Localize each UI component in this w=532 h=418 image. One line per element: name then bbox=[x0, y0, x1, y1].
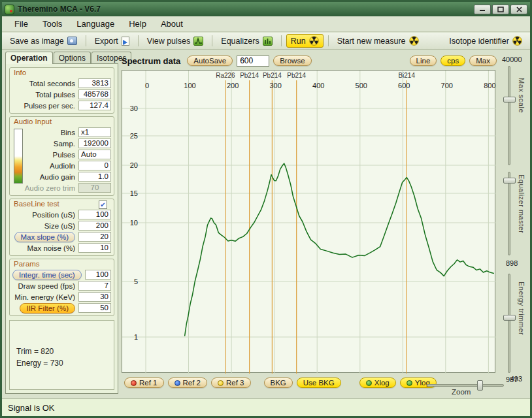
view-pulses-button[interactable]: View pulses bbox=[143, 35, 207, 47]
position-field[interactable]: 100 bbox=[78, 210, 111, 219]
max-noise-field[interactable]: 10 bbox=[78, 243, 111, 253]
equalizers-button[interactable]: Equalizers bbox=[217, 35, 276, 47]
menubar: File Tools Language Help About bbox=[2, 16, 530, 32]
total-pulses-field[interactable]: 485768 bbox=[78, 89, 111, 99]
equalizer-master-slider[interactable] bbox=[508, 172, 510, 255]
sampling-field[interactable]: 192000 bbox=[78, 138, 111, 148]
size-row: Size (uS) 200 bbox=[12, 220, 111, 231]
trim-value: Trim = 820 bbox=[16, 347, 108, 356]
save-as-image-button[interactable]: Save as image bbox=[6, 35, 81, 47]
tab-options[interactable]: Options bbox=[54, 52, 91, 64]
size-field[interactable]: 200 bbox=[78, 221, 111, 231]
start-new-measure-label: Start new measure bbox=[337, 37, 406, 46]
integr-time-button[interactable]: Integr. time (sec) bbox=[12, 270, 82, 280]
pulses-mode-field[interactable]: Auto bbox=[78, 150, 111, 159]
marker-energy-input[interactable] bbox=[237, 56, 269, 67]
minimize-button[interactable] bbox=[474, 5, 491, 14]
isotope-identifier-button[interactable]: Isotope identifier bbox=[445, 35, 526, 47]
start-new-measure-button[interactable]: Start new measure bbox=[333, 35, 423, 47]
svg-text:20: 20 bbox=[130, 161, 138, 169]
bins-row: Bins x1 bbox=[27, 127, 111, 138]
pulses-per-sec-field[interactable]: 127.4 bbox=[78, 101, 111, 110]
draw-speed-label: Draw speed (fps) bbox=[12, 282, 78, 290]
ref3-label: Ref 3 bbox=[226, 379, 244, 387]
sampling-row: Samp. 192000 bbox=[27, 138, 111, 149]
max-mode-button[interactable]: Max bbox=[469, 56, 497, 66]
max-noise-label: Max noise (%) bbox=[12, 244, 78, 252]
svg-text:Bi214: Bi214 bbox=[398, 72, 415, 79]
min-energy-field[interactable]: 30 bbox=[78, 292, 111, 302]
menu-about[interactable]: About bbox=[154, 18, 190, 30]
integr-time-field[interactable]: 100 bbox=[85, 270, 111, 280]
bins-field[interactable]: x1 bbox=[78, 127, 111, 137]
audio-zero-trim-label: Audio zero trim bbox=[12, 184, 78, 192]
toolbar: Save as image Export View pulses Equaliz… bbox=[2, 33, 530, 50]
max-scale-value: 40000 bbox=[502, 56, 522, 63]
export-button[interactable]: Export bbox=[91, 35, 133, 47]
energy-trimmer-slider[interactable] bbox=[508, 274, 510, 373]
maximize-button[interactable] bbox=[492, 5, 509, 14]
equalizer-master-slider-thumb[interactable] bbox=[503, 178, 516, 184]
close-button[interactable] bbox=[510, 5, 527, 14]
window-title: Theremino MCA - V6.7 bbox=[18, 5, 101, 14]
max-scale-slider[interactable] bbox=[508, 66, 510, 165]
line-mode-button[interactable]: Line bbox=[410, 56, 437, 66]
total-seconds-field[interactable]: 3813 bbox=[78, 78, 111, 88]
ref1-label: Ref 1 bbox=[139, 379, 158, 387]
export-label: Export bbox=[95, 37, 118, 46]
ref2-button[interactable]: Ref 2 bbox=[168, 378, 208, 388]
toolbar-separator bbox=[281, 35, 282, 46]
max-slope-field[interactable]: 20 bbox=[78, 232, 111, 242]
zoom-slider-thumb[interactable] bbox=[477, 380, 483, 391]
radiation-icon bbox=[309, 36, 319, 46]
zoom-slider[interactable] bbox=[427, 384, 504, 387]
size-label: Size (uS) bbox=[12, 222, 78, 230]
view-pulses-label: View pulses bbox=[147, 37, 190, 46]
run-button[interactable]: Run bbox=[286, 34, 324, 48]
info-group: Info Total seconds 3813 Total pulses 485… bbox=[9, 67, 114, 114]
use-bkg-button[interactable]: Use BKG bbox=[297, 378, 341, 388]
equalizer-master-value: 898 bbox=[506, 259, 518, 267]
audio-gain-row: Audio gain 1.0 bbox=[27, 171, 111, 182]
max-scale-slider-thumb[interactable] bbox=[503, 97, 516, 103]
audioin-field[interactable]: 0 bbox=[78, 161, 111, 170]
app-window: Theremino MCA - V6.7 File Tools Language… bbox=[0, 0, 532, 418]
cps-mode-button[interactable]: cps bbox=[441, 56, 465, 66]
xlog-button[interactable]: Xlog bbox=[359, 378, 396, 388]
svg-text:5: 5 bbox=[134, 278, 138, 285]
ref1-button[interactable]: Ref 1 bbox=[124, 378, 164, 388]
audio-gain-field[interactable]: 1.0 bbox=[78, 172, 111, 182]
menu-file[interactable]: File bbox=[7, 18, 35, 30]
max-slope-button[interactable]: Max slope (%) bbox=[14, 232, 76, 242]
maximize-icon bbox=[497, 7, 504, 12]
menu-language[interactable]: Language bbox=[69, 18, 122, 30]
svg-text:30: 30 bbox=[130, 104, 138, 112]
energy-trimmer-slider-thumb[interactable] bbox=[503, 315, 516, 321]
audio-input-group-title: Audio Input bbox=[14, 118, 52, 125]
toolbar-separator bbox=[138, 35, 139, 46]
toolbar-separator bbox=[328, 35, 329, 46]
menu-tools[interactable]: Tools bbox=[35, 18, 69, 30]
iir-filter-button[interactable]: IIR Filter (%) bbox=[20, 303, 75, 314]
svg-text:Pb214: Pb214 bbox=[263, 72, 282, 79]
titlebar: Theremino MCA - V6.7 bbox=[2, 2, 530, 16]
close-icon bbox=[516, 7, 522, 12]
statusbar: Signal is OK bbox=[2, 398, 530, 416]
browse-button[interactable]: Browse bbox=[273, 56, 311, 66]
draw-speed-field[interactable]: 7 bbox=[78, 281, 111, 291]
svg-text:25: 25 bbox=[130, 132, 138, 140]
autosave-button[interactable]: AutoSave bbox=[187, 56, 233, 66]
max-scale-label: Max scale bbox=[518, 78, 525, 113]
tab-operation[interactable]: Operation bbox=[5, 52, 53, 64]
spectrum-toolbar: Spectrum data AutoSave Browse Line cps M… bbox=[122, 54, 497, 68]
params-group-title: Params bbox=[14, 260, 40, 268]
svg-text:800: 800 bbox=[484, 82, 495, 89]
iir-filter-field[interactable]: 50 bbox=[78, 303, 111, 313]
integr-time-row: Integr. time (sec) 100 bbox=[12, 269, 111, 280]
ref3-button[interactable]: Ref 3 bbox=[211, 378, 251, 388]
bkg-button[interactable]: BKG bbox=[264, 378, 293, 388]
baseline-test-checkbox[interactable]: ✔ bbox=[99, 201, 107, 209]
menu-help[interactable]: Help bbox=[122, 18, 154, 30]
svg-text:Pb214: Pb214 bbox=[287, 72, 306, 79]
svg-text:400: 400 bbox=[312, 82, 324, 89]
